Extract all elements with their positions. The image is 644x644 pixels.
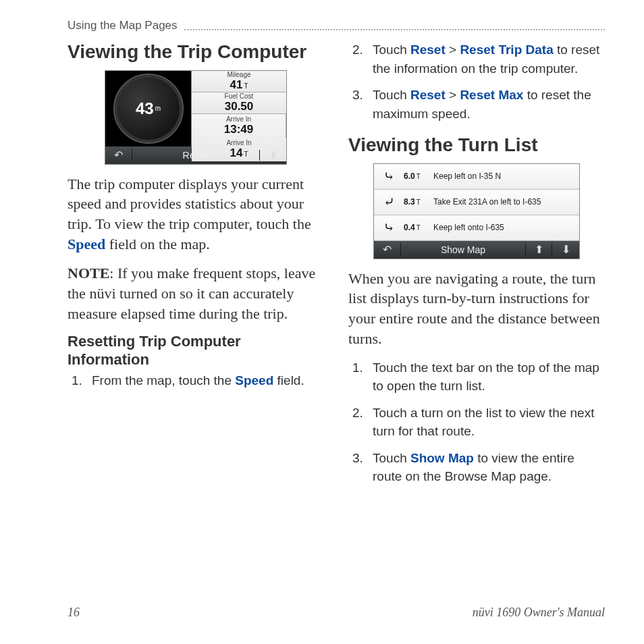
down-arrow-icon[interactable]: ⬇ bbox=[259, 150, 286, 161]
back-icon-2[interactable]: ↶ bbox=[374, 243, 401, 256]
left-column: Viewing the Trip Computer 43m Mileage 41… bbox=[68, 41, 324, 494]
turn-row-1[interactable]: ⤷ 6.0T Keep left on I-35 N bbox=[374, 164, 579, 190]
speed-field-ref-2: Speed bbox=[235, 373, 273, 387]
heading-trip-computer: Viewing the Trip Computer bbox=[68, 41, 324, 63]
turn-text-3: Keep left onto I-635 bbox=[433, 223, 579, 232]
keep-left-icon-2: ⤷ bbox=[374, 219, 404, 236]
down-arrow-icon-2[interactable]: ⬇ bbox=[552, 243, 579, 256]
reset-step-3: Touch Reset > Reset Max to reset the max… bbox=[348, 86, 605, 123]
fuel-cell: Fuel Cost 30.50 bbox=[192, 92, 286, 114]
arrive-in-label-1: Arrive In bbox=[192, 115, 286, 123]
back-icon[interactable]: ↶ bbox=[105, 149, 132, 161]
manual-title: nüvi 1690 Owner's Manual bbox=[473, 606, 605, 620]
keep-left-icon: ⤷ bbox=[374, 168, 404, 184]
up-arrow-icon[interactable]: ⬆ bbox=[525, 243, 552, 256]
header-rule bbox=[184, 29, 605, 30]
reset-steps-start: From the map, touch the Speed field. bbox=[68, 371, 324, 390]
show-map-button[interactable]: Show Map bbox=[401, 244, 525, 255]
breadcrumb: Using the Map Pages bbox=[68, 19, 178, 32]
trip-description: The trip computer displays your current … bbox=[68, 174, 324, 254]
fuel-value: 30.50 bbox=[192, 100, 286, 113]
arrive-in-cell-1: Arrive In 13:49 bbox=[192, 114, 286, 138]
turn-step-1: Touch the text bar on the top of the map… bbox=[348, 358, 605, 396]
trip-computer-screenshot: 43m Mileage 41T Fuel Cost 30.50 Arrive I… bbox=[105, 70, 287, 165]
mileage-label: Mileage bbox=[192, 71, 286, 78]
heading-turn-list: Viewing the Turn List bbox=[348, 134, 605, 157]
arrive-in-value-1: 13:49 bbox=[192, 123, 286, 136]
speed-gauge: 43m bbox=[105, 71, 192, 146]
reset-button[interactable]: Reset bbox=[132, 150, 259, 161]
reset-steps-cont: Touch Reset > Reset Trip Data to reset t… bbox=[348, 41, 605, 123]
reset-step-2: Touch Reset > Reset Trip Data to reset t… bbox=[348, 41, 605, 78]
note-label: NOTE bbox=[68, 265, 109, 281]
turn-row-2[interactable]: ⤶ 8.3T Take Exit 231A on left to I-635 bbox=[374, 190, 579, 215]
speed-value: 43 bbox=[136, 99, 154, 118]
turn-text-2: Take Exit 231A on left to I-635 bbox=[433, 197, 579, 207]
turn-list-screenshot: ⤷ 6.0T Keep left on I-35 N ⤶ 8.3T Take E… bbox=[373, 163, 580, 259]
turn-row-3[interactable]: ⤷ 0.4T Keep left onto I-635 bbox=[374, 215, 579, 241]
page-number: 16 bbox=[68, 606, 80, 620]
turn-list-description: When you are navigating a route, the tur… bbox=[348, 269, 605, 349]
page-footer: 16 nüvi 1690 Owner's Manual bbox=[68, 606, 605, 620]
trip-note: NOTE: If you make frequent stops, leave … bbox=[68, 263, 324, 323]
page-header: Using the Map Pages bbox=[68, 19, 605, 32]
turn-text-1: Keep left on I-35 N bbox=[433, 171, 579, 181]
right-column: Touch Reset > Reset Trip Data to reset t… bbox=[348, 41, 605, 494]
show-map-ref: Show Map bbox=[410, 451, 474, 465]
mileage-cell: Mileage 41T bbox=[192, 71, 286, 92]
mileage-value: 41 bbox=[230, 78, 242, 91]
turn-step-2: Touch a turn on the list to view the nex… bbox=[348, 404, 605, 441]
turn-list-steps: Touch the text bar on the top of the map… bbox=[348, 358, 605, 486]
reset-step-1: From the map, touch the Speed field. bbox=[68, 371, 324, 390]
exit-left-icon: ⤶ bbox=[374, 194, 404, 210]
arrive-in-label-2: Arrive In bbox=[192, 139, 286, 146]
speed-unit: m bbox=[155, 105, 161, 112]
heading-reset-trip: Resetting Trip Computer Information bbox=[68, 333, 324, 369]
turn-step-3: Touch Show Map to view the entire route … bbox=[348, 449, 605, 486]
fuel-label: Fuel Cost bbox=[192, 92, 286, 100]
speed-field-ref: Speed bbox=[68, 236, 105, 252]
mileage-unit: T bbox=[244, 82, 248, 90]
